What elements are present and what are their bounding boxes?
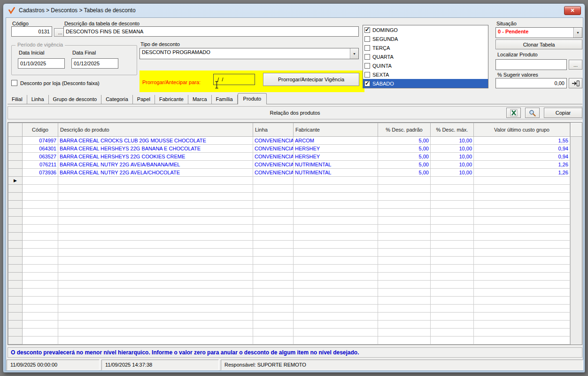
cell-valor[interactable]: 1,26	[474, 161, 570, 169]
row-selector[interactable]	[8, 265, 23, 273]
cell-desc-padrao[interactable]: 5,00	[378, 153, 431, 161]
cell-valor[interactable]: 0,94	[474, 145, 570, 153]
tab-fabricante[interactable]: Fabricante	[155, 95, 188, 104]
cell-desc-max[interactable]: 10,00	[431, 161, 474, 169]
cell-descricao[interactable]: BARRA CEREAL NUTRY 22G AVEIA/BANANA/MEL	[58, 161, 253, 169]
col-codigo[interactable]: Código	[23, 123, 58, 137]
row-selector[interactable]: ▶	[8, 177, 23, 185]
cell-descricao[interactable]: BARRA CEREAL CROCKS CLUB 20G MOUSSE CHOC…	[58, 137, 253, 145]
day-option-quinta[interactable]: ✓ QUINTA	[363, 61, 488, 70]
day-option-segunda[interactable]: ✓ SEGUNDA	[363, 34, 488, 43]
cell-descricao[interactable]: BARRA CEREAL HERSHEYS 22G BANANA E CHOCO…	[58, 145, 253, 153]
cell-fabricante[interactable]: ARCOM	[294, 137, 378, 145]
sugerir-valores-input[interactable]	[495, 78, 567, 88]
cell-linha[interactable]: CONVENIENCIA	[253, 169, 294, 177]
empty-grid-row[interactable]	[8, 337, 570, 345]
day-option-quarta[interactable]: ✓ QUARTA	[363, 52, 488, 61]
empty-grid-row[interactable]	[8, 321, 570, 329]
cell-fabricante[interactable]: NUTRIMENTAL	[294, 169, 378, 177]
desconto-loja-checkbox[interactable]: ✓ Desconto por loja (Desconto faixa)	[11, 80, 100, 86]
row-selector[interactable]	[8, 257, 23, 265]
col-descricao[interactable]: Descrição do produto	[58, 123, 253, 137]
localizar-produto-browse-button[interactable]: ...	[569, 60, 582, 70]
cell-valor[interactable]: 1,55	[474, 137, 570, 145]
row-selector[interactable]	[8, 321, 23, 329]
empty-grid-row[interactable]	[8, 265, 570, 273]
row-selector[interactable]	[8, 225, 23, 233]
day-option-domingo[interactable]: ✓ DOMINGO	[363, 25, 488, 34]
cell-linha[interactable]: CONVENIENCIA	[253, 161, 294, 169]
descricao-input[interactable]	[63, 26, 359, 37]
cell-valor[interactable]: 1,26	[474, 169, 570, 177]
cell-desc-max[interactable]: 10,00	[431, 169, 474, 177]
col-linha[interactable]: Linha	[253, 123, 294, 137]
prorrogar-vigencia-button[interactable]: Prorrogar/Antecipar Vigência	[263, 73, 359, 86]
situacao-dropdown-button[interactable]: ▼	[573, 28, 582, 38]
row-selector[interactable]	[8, 161, 23, 169]
empty-grid-row[interactable]	[8, 233, 570, 241]
row-selector[interactable]	[8, 297, 23, 305]
table-row[interactable]: 074997 BARRA CEREAL CROCKS CLUB 20G MOUS…	[8, 137, 570, 145]
data-final-input[interactable]	[71, 58, 118, 69]
table-row[interactable]: 064301 BARRA CEREAL HERSHEYS 22G BANANA …	[8, 145, 570, 153]
empty-grid-row[interactable]	[8, 225, 570, 233]
empty-grid-row[interactable]	[8, 305, 570, 313]
cell-codigo[interactable]: 064301	[23, 145, 58, 153]
empty-grid-row[interactable]	[8, 241, 570, 249]
row-selector[interactable]	[8, 217, 23, 225]
row-selector[interactable]	[8, 329, 23, 337]
tipo-desconto-select[interactable]: DESCONTO PROGRAMADO ▼	[139, 48, 359, 59]
cell-desc-max[interactable]: 10,00	[431, 137, 474, 145]
empty-grid-row[interactable]	[8, 313, 570, 321]
cell-linha[interactable]: CONVENIENCIA	[253, 145, 294, 153]
cell-desc-padrao[interactable]: 5,00	[378, 137, 431, 145]
row-selector[interactable]	[8, 249, 23, 257]
vertical-scrollbar-track[interactable]	[570, 123, 582, 345]
close-button[interactable]: ✕	[564, 6, 581, 15]
col-desc-padrao[interactable]: % Desc. padrão	[378, 123, 431, 137]
tab-grupo-de-desconto[interactable]: Grupo de desconto	[49, 95, 102, 104]
empty-grid-row[interactable]	[8, 201, 570, 209]
cell-desc-max[interactable]: 10,00	[431, 145, 474, 153]
cell-codigo[interactable]: 074997	[23, 137, 58, 145]
col-fabricante[interactable]: Fabricante	[294, 123, 378, 137]
tab-linha[interactable]: Linha	[27, 95, 49, 104]
localizar-produto-input[interactable]	[495, 59, 567, 70]
empty-grid-row[interactable]	[8, 297, 570, 305]
tab-categoria[interactable]: Categoria	[101, 95, 133, 104]
table-row[interactable]: 076211 BARRA CEREAL NUTRY 22G AVEIA/BANA…	[8, 161, 570, 169]
cell-desc-padrao[interactable]: 5,00	[378, 169, 431, 177]
row-selector[interactable]	[8, 313, 23, 321]
empty-grid-row[interactable]	[8, 209, 570, 217]
empty-grid-row[interactable]	[8, 257, 570, 265]
excel-export-button[interactable]	[506, 108, 521, 118]
tab-filial[interactable]: Filial	[8, 95, 27, 104]
copiar-button[interactable]: Copiar	[544, 108, 582, 118]
row-selector[interactable]	[8, 193, 23, 201]
row-selector[interactable]	[8, 289, 23, 297]
tab-papel[interactable]: Papel	[133, 95, 155, 104]
empty-grid-row[interactable]	[8, 185, 570, 193]
empty-grid-row[interactable]	[8, 193, 570, 201]
tipo-desconto-dropdown-button[interactable]: ▼	[350, 48, 358, 59]
empty-grid-row[interactable]	[8, 273, 570, 281]
cell-linha[interactable]: CONVENIENCIA	[253, 137, 294, 145]
row-selector[interactable]	[8, 137, 23, 145]
empty-grid-row[interactable]	[8, 249, 570, 257]
aplicar-valores-button[interactable]	[569, 78, 582, 88]
prorrogar-date-input[interactable]	[213, 74, 255, 85]
cell-fabricante[interactable]: HERSHEY	[294, 153, 378, 161]
clonar-tabela-button[interactable]: Clonar Tabela	[495, 39, 582, 49]
row-selector[interactable]	[8, 337, 23, 345]
empty-grid-row[interactable]	[8, 289, 570, 297]
cell-descricao[interactable]: BARRA CEREAL NUTRY 22G AVELA/CHOCOLATE	[58, 169, 253, 177]
data-inicial-input[interactable]	[18, 58, 65, 69]
day-option-sexta[interactable]: ✓ SEXTA	[363, 70, 488, 79]
row-selector[interactable]	[8, 209, 23, 217]
row-selector[interactable]	[8, 153, 23, 161]
cell-desc-max[interactable]: 10,00	[431, 153, 474, 161]
day-option-sabado[interactable]: ✓ SÁBADO	[363, 79, 488, 88]
tab-marca[interactable]: Marca	[188, 95, 212, 104]
cell-codigo[interactable]: 073936	[23, 169, 58, 177]
tab-familia[interactable]: Família	[212, 95, 238, 104]
